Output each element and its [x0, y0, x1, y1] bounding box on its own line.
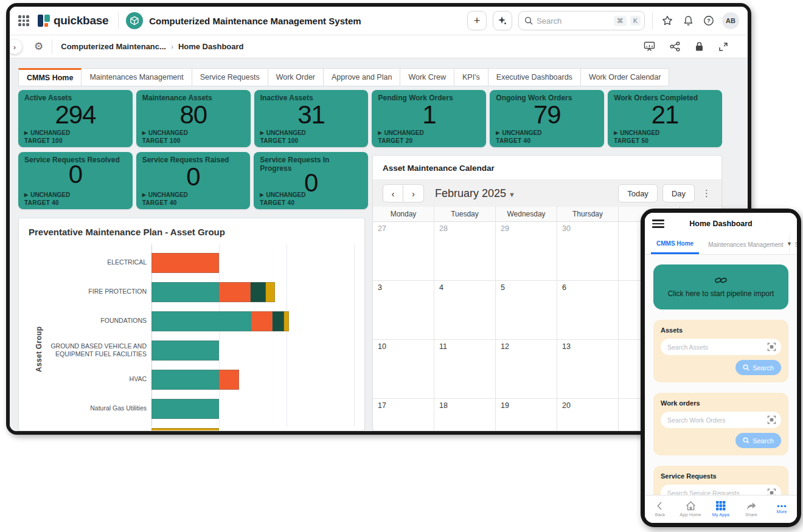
mobile-search-input[interactable] [667, 416, 767, 424]
calendar-view-button[interactable]: Day [662, 184, 695, 202]
breadcrumb-page[interactable]: Home Dashboard [178, 42, 244, 51]
mobile-tab-maintenances-management[interactable]: Maintenances Management [703, 235, 789, 254]
kpi-card[interactable]: Ongoing Work Orders79▶UNCHANGEDTARGET 40 [490, 90, 604, 147]
chart-bar[interactable] [151, 340, 219, 361]
calendar-day-cell[interactable]: 6 [557, 281, 619, 339]
kpi-card[interactable]: Maintenance Assets80▶UNCHANGEDTARGET 100 [136, 90, 251, 147]
tab-cmms-home[interactable]: CMMS Home [18, 68, 82, 86]
tab-work-order-calendar[interactable]: Work Order Calendar [581, 68, 670, 86]
calendar-day-cell[interactable]: 12 [496, 340, 557, 398]
tab-work-crew[interactable]: Work Crew [400, 68, 454, 86]
pipeline-import-button[interactable]: Click here to start pipeline import [653, 264, 788, 309]
calendar-day-cell[interactable]: 29 [496, 222, 557, 280]
trend-label: UNCHANGED [266, 130, 306, 136]
favorite-star-icon[interactable] [660, 13, 675, 28]
kpi-target: TARGET 40 [142, 199, 177, 206]
chart-bar[interactable] [151, 282, 275, 302]
calendar-more-icon[interactable]: ⋮ [702, 192, 712, 195]
kpi-card[interactable]: Pending Work Orders1▶UNCHANGEDTARGET 20 [372, 90, 486, 147]
kpi-trend: ▶UNCHANGED [260, 130, 306, 136]
calendar-next-button[interactable]: › [403, 184, 424, 202]
mobile-nav-app-home[interactable]: App Home [675, 496, 706, 523]
share-icon[interactable] [670, 41, 680, 52]
chevron-down-icon[interactable]: ▼ [787, 241, 792, 247]
kpi-card[interactable]: Active Assets294▶UNCHANGEDTARGET 100 [18, 90, 133, 147]
barcode-scan-icon[interactable] [767, 342, 776, 351]
lock-icon[interactable] [695, 41, 704, 52]
calendar-day-cell[interactable]: 4 [434, 281, 496, 339]
help-icon[interactable]: ? [701, 13, 716, 28]
mobile-nav-more[interactable]: More [766, 496, 797, 523]
tab-kpi-s[interactable]: KPI's [454, 68, 488, 86]
mobile-nav-label: App Home [680, 512, 701, 517]
calendar-day-cell[interactable]: 18 [434, 399, 496, 431]
kpi-card[interactable]: Service Requests Resolved0▶UNCHANGEDTARG… [18, 152, 133, 209]
chart-bar[interactable] [151, 428, 219, 432]
new-button[interactable]: + [467, 11, 487, 30]
kpi-target: TARGET 40 [496, 137, 530, 144]
calendar-day-cell[interactable]: 30 [557, 222, 619, 280]
chart-bar[interactable] [151, 370, 239, 390]
calendar-today-button[interactable]: Today [618, 184, 658, 202]
gear-icon[interactable]: ⚙ [34, 40, 43, 53]
search-icon [743, 437, 749, 444]
mobile-nav-back[interactable]: Back [645, 496, 675, 523]
barcode-scan-icon[interactable] [767, 415, 776, 424]
chart-segment-teal [151, 311, 251, 331]
app-icon[interactable] [126, 12, 143, 29]
tab-work-order[interactable]: Work Order [268, 68, 324, 86]
mobile-search-field[interactable] [661, 412, 781, 428]
calendar-day-cell[interactable]: 27 [373, 222, 434, 280]
mobile-search-field[interactable] [661, 339, 781, 355]
calendar-month-dropdown[interactable]: February 2025▼ [435, 187, 515, 200]
calendar-day-cell[interactable]: 3 [373, 281, 434, 339]
tab-approve-and-plan[interactable]: Approve and Plan [324, 68, 400, 86]
mobile-tab-cmms-home[interactable]: CMMS Home [651, 235, 699, 254]
kpi-value: 0 [24, 162, 127, 187]
chart-bar[interactable] [151, 253, 219, 273]
calendar-day-cell[interactable]: 11 [434, 340, 496, 398]
app-switcher-icon[interactable] [18, 15, 29, 26]
kpi-card[interactable]: Service Requests Raised0▶UNCHANGEDTARGET… [136, 152, 251, 209]
chart-segment-teal [151, 282, 219, 302]
divider [52, 40, 52, 54]
calendar-day-cell[interactable]: 5 [496, 281, 557, 339]
calendar-day-cell[interactable]: 10 [373, 340, 434, 398]
calendar-day-cell[interactable]: 28 [434, 222, 496, 280]
tab-maintenances-management[interactable]: Maintenances Management [82, 68, 192, 86]
mobile-search-button[interactable]: Search [735, 360, 781, 375]
global-search[interactable]: ⌘ K [518, 11, 645, 30]
mobile-nav-share[interactable]: Share [736, 496, 766, 523]
chart-row: Natural Gas Utilities [19, 394, 364, 423]
tab-service-requests[interactable]: Service Requests [192, 68, 268, 86]
trend-label: UNCHANGED [30, 192, 70, 198]
expand-icon[interactable] [718, 42, 728, 52]
mobile-search-button-label: Search [753, 364, 774, 371]
notifications-bell-icon[interactable] [681, 13, 695, 28]
mobile-nav-my-apps[interactable]: My Apps [706, 496, 736, 523]
search-input[interactable] [537, 16, 610, 26]
sidebar-expand-chevron[interactable]: › [10, 40, 22, 54]
breadcrumb-app[interactable]: Computerized Maintenanc... [61, 42, 166, 51]
calendar-day-cell[interactable]: 19 [496, 399, 557, 431]
calendar-day-cell[interactable]: 13 [557, 340, 619, 398]
kpi-card[interactable]: Service Requests In Progress0▶UNCHANGEDT… [254, 152, 368, 209]
calendar-day-cell[interactable]: 20 [557, 399, 619, 431]
chart-bar[interactable] [151, 399, 219, 419]
kpi-trend: ▶UNCHANGED [142, 192, 188, 198]
calendar-day-cell[interactable]: 17 [373, 399, 434, 431]
presentation-icon[interactable] [644, 41, 655, 52]
chart-bar[interactable] [151, 311, 289, 331]
user-avatar[interactable]: AB [722, 12, 739, 29]
kpi-card[interactable]: Inactive Assets31▶UNCHANGEDTARGET 100 [254, 90, 369, 147]
ai-sparkle-button[interactable] [493, 11, 512, 30]
mobile-search-button[interactable]: Search [735, 433, 781, 448]
calendar-prev-button[interactable]: ‹ [383, 184, 403, 202]
kpi-value: 21 [614, 103, 716, 127]
kpi-card[interactable]: Work Orders Completed21▶UNCHANGEDTARGET … [608, 90, 722, 147]
back-icon [655, 501, 665, 511]
kpi-value: 31 [260, 103, 363, 127]
tab-executive-dashboards[interactable]: Executive Dashboards [488, 68, 581, 86]
mobile-search-input[interactable] [667, 344, 767, 351]
quickbase-logo[interactable]: quickbase [38, 14, 108, 27]
